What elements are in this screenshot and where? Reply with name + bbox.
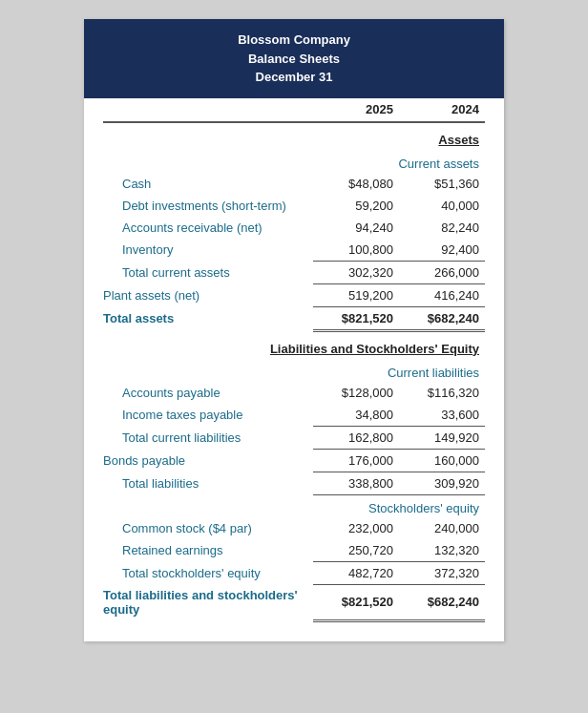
row-label: Retained earnings [103,539,313,562]
row-label: Debt investments (short-term) [103,195,313,217]
row-val-2024: $51,360 [399,173,485,195]
col-header-2024: 2024 [399,98,485,122]
section-label: Assets [438,133,479,147]
row-val-2024: 309,920 [399,472,485,494]
row-val-2024: $682,240 [399,306,485,330]
row-val-2025: 232,000 [313,517,399,539]
sub-section-label: Current assets [398,157,479,171]
row-val-2025: $821,520 [313,584,399,620]
row-val-2025: 250,720 [313,539,399,562]
row-val-2025: 176,000 [313,449,399,472]
row-val-2025: 162,800 [313,426,399,449]
row-val-2025: 482,720 [313,561,399,584]
row-val-2025: 34,800 [313,404,399,427]
report-title: Balance Sheets [94,50,494,69]
col-header-2025: 2025 [313,98,399,122]
balance-sheet-card: Blossom Company Balance Sheets December … [84,19,504,641]
row-val-2024: $682,240 [399,584,485,620]
row-val-2024: 266,000 [399,261,485,283]
row-val-2024: 40,000 [399,195,485,217]
company-name: Blossom Company [94,31,494,50]
row-val-2024: 132,320 [399,539,485,562]
row-label: Plant assets (net) [103,283,313,306]
sub-section-label: Stockholders' equity [368,501,479,515]
row-val-2025: 302,320 [313,261,399,283]
row-val-2024: 416,240 [399,283,485,306]
row-label: Bonds payable [103,449,313,472]
row-label: Total stockholders' equity [103,561,313,584]
row-val-2024: 149,920 [399,426,485,449]
row-label: Inventory [103,239,313,262]
row-label: Accounts payable [103,382,313,404]
row-val-2025: 94,240 [313,217,399,239]
row-val-2024: 82,240 [399,217,485,239]
row-val-2024: 240,000 [399,517,485,539]
row-label: Total current liabilities [103,426,313,449]
row-label: Cash [103,173,313,195]
section-label: Liabilities and Stockholders' Equity [270,342,479,356]
row-label: Common stock ($4 par) [103,517,313,539]
row-val-2024: 372,320 [399,561,485,584]
row-val-2024: 92,400 [399,239,485,262]
row-val-2024: 160,000 [399,449,485,472]
row-val-2024: $116,320 [399,382,485,404]
row-label: Total current assets [103,261,313,283]
row-val-2025: $128,000 [313,382,399,404]
row-val-2025: 338,800 [313,472,399,494]
row-val-2025: 100,800 [313,239,399,262]
row-val-2025: $48,080 [313,173,399,195]
row-val-2024: 33,600 [399,404,485,427]
report-header: Blossom Company Balance Sheets December … [84,19,504,98]
sub-section-label: Current liabilities [388,366,479,380]
row-label: Total assets [103,306,313,330]
row-val-2025: 59,200 [313,195,399,217]
row-label: Total liabilities and stockholders' equi… [103,584,313,620]
row-label: Total liabilities [103,472,313,494]
report-date: December 31 [94,68,494,87]
row-val-2025: 519,200 [313,283,399,306]
balance-sheet-table: 2025 2024 Assets Current assets Cash $48… [103,98,485,622]
row-val-2025: $821,520 [313,306,399,330]
row-label: Income taxes payable [103,404,313,427]
row-label: Accounts receivable (net) [103,217,313,239]
